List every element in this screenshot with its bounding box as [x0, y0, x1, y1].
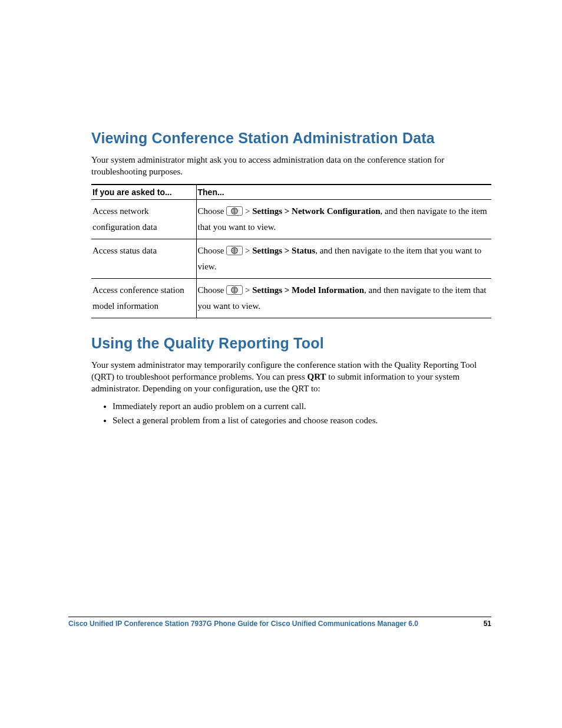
heading-qrt: Using the Quality Reporting Tool: [91, 335, 491, 352]
heading-admin-data: Viewing Conference Station Administratio…: [91, 130, 491, 147]
choose-text: Choose: [198, 285, 227, 295]
page-number: 51: [484, 620, 491, 628]
menu-path: Settings > Network Configuration: [252, 206, 380, 216]
menu-path: Settings > Status: [252, 246, 315, 255]
separator-text: >: [243, 206, 252, 216]
choose-text: Choose: [198, 206, 227, 216]
table-header-then: Then...: [196, 185, 491, 200]
table-row: Access network configuration data Choose…: [91, 199, 491, 239]
row-instruction: Choose > Settings > Model Information, a…: [196, 278, 491, 318]
applications-button-icon: [226, 285, 243, 295]
table-header-if: If you are asked to...: [91, 185, 196, 200]
admin-data-table: If you are asked to... Then... Access ne…: [91, 184, 491, 318]
intro-admin-data: Your system administrator might ask you …: [91, 154, 491, 178]
list-item: Select a general problem from a list of …: [113, 414, 491, 427]
choose-text: Choose: [198, 246, 227, 255]
row-instruction: Choose > Settings > Network Configuratio…: [196, 199, 491, 239]
row-label: Access status data: [91, 239, 196, 278]
separator-text: >: [243, 285, 252, 295]
row-label: Access network configuration data: [91, 199, 196, 239]
separator-text: >: [243, 246, 252, 255]
applications-button-icon: [226, 246, 243, 255]
page-footer: Cisco Unified IP Conference Station 7937…: [68, 617, 491, 628]
intro-qrt: Your system administrator may temporaril…: [91, 359, 491, 395]
footer-title: Cisco Unified IP Conference Station 7937…: [68, 620, 418, 628]
menu-path: Settings > Model Information: [252, 285, 364, 295]
table-row: Access status data Choose > Settings > S…: [91, 239, 491, 278]
applications-button-icon: [226, 206, 243, 216]
qrt-bullets: Immediately report an audio problem on a…: [91, 400, 491, 427]
table-row: Access conference station model informat…: [91, 278, 491, 318]
qrt-key: QRT: [308, 372, 326, 381]
row-label: Access conference station model informat…: [91, 278, 196, 318]
list-item: Immediately report an audio problem on a…: [113, 400, 491, 413]
row-instruction: Choose > Settings > Status, and then nav…: [196, 239, 491, 278]
